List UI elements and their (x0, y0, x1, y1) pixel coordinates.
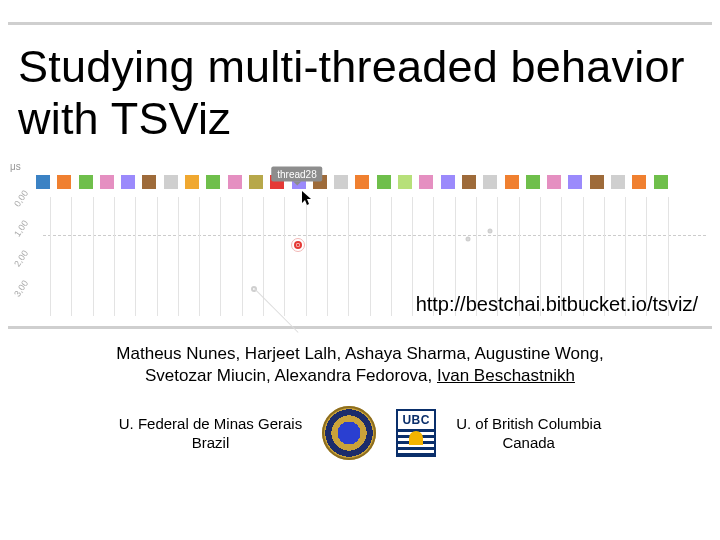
thread-swatch[interactable] (483, 175, 497, 189)
thread-tooltip: thread28 (271, 166, 322, 181)
affil-left: U. Federal de Minas Gerais Brazil (119, 414, 302, 453)
thread-swatch[interactable] (36, 175, 50, 189)
yaxis-unit-label: μs (10, 161, 21, 172)
track-line (220, 197, 221, 316)
thread-swatch[interactable] (228, 175, 242, 189)
ytick-1: 1,00 (12, 218, 30, 238)
ytick-2: 2,00 (12, 248, 30, 268)
track-line (306, 197, 307, 316)
thread-swatch-row (36, 175, 706, 189)
track-line (178, 197, 179, 316)
thread-swatch[interactable] (121, 175, 135, 189)
track-line (327, 197, 328, 316)
track-line (242, 197, 243, 316)
track-line (199, 197, 200, 316)
thread-swatch[interactable] (185, 175, 199, 189)
authors-line-1: Matheus Nunes, Harjeet Lalh, Ashaya Shar… (28, 343, 692, 366)
track-line (157, 197, 158, 316)
thread-swatch[interactable] (377, 175, 391, 189)
affil-right: U. of British Columbia Canada (456, 414, 601, 453)
thread-swatch[interactable] (632, 175, 646, 189)
thread-swatch[interactable] (654, 175, 668, 189)
thread-swatch[interactable] (334, 175, 348, 189)
slide-title: Studying multi-threaded behavior with TS… (0, 25, 720, 159)
track-line (284, 197, 285, 316)
thread-swatch[interactable] (462, 175, 476, 189)
track-line (93, 197, 94, 316)
thread-swatch[interactable] (398, 175, 412, 189)
thread-swatch[interactable] (57, 175, 71, 189)
track-line (71, 197, 72, 316)
project-url[interactable]: http://bestchai.bitbucket.io/tsviz/ (416, 293, 698, 316)
track-line (50, 197, 51, 316)
thread-swatch[interactable] (142, 175, 156, 189)
thread-swatch[interactable] (547, 175, 561, 189)
thread-swatch[interactable] (505, 175, 519, 189)
track-line (370, 197, 371, 316)
track-line (391, 197, 392, 316)
presenter-name: Ivan Beschastnikh (437, 366, 575, 385)
thread-swatch[interactable] (441, 175, 455, 189)
thread-swatch[interactable] (568, 175, 582, 189)
ytick-3: 3,00 (12, 278, 30, 298)
thread-swatch[interactable] (79, 175, 93, 189)
track-line (114, 197, 115, 316)
ufmg-logo (322, 406, 376, 460)
tsviz-timeline: μs 0,00 1,00 2,00 3,00 thread28 http://b… (8, 159, 712, 329)
cursor-icon (302, 191, 314, 207)
authors-block: Matheus Nunes, Harjeet Lalh, Ashaya Shar… (0, 329, 720, 399)
track-line (135, 197, 136, 316)
thread-swatch[interactable] (526, 175, 540, 189)
thread-swatch[interactable] (419, 175, 433, 189)
thread-swatch[interactable] (611, 175, 625, 189)
event-dot[interactable] (466, 236, 471, 241)
track-line (348, 197, 349, 316)
ubc-logo: UBC (396, 409, 436, 457)
selected-event-dot[interactable] (294, 241, 302, 249)
ytick-0: 0,00 (12, 188, 30, 208)
authors-line-2: Svetozar Miucin, Alexandra Fedorova, Iva… (28, 365, 692, 388)
event-dot[interactable] (488, 228, 493, 233)
track-line (412, 197, 413, 316)
thread-swatch[interactable] (249, 175, 263, 189)
thread-swatch[interactable] (355, 175, 369, 189)
affiliations-row: U. Federal de Minas Gerais Brazil UBC U.… (0, 398, 720, 460)
thread-swatch[interactable] (164, 175, 178, 189)
thread-swatch[interactable] (100, 175, 114, 189)
thread-swatch[interactable] (206, 175, 220, 189)
thread-swatch[interactable] (590, 175, 604, 189)
